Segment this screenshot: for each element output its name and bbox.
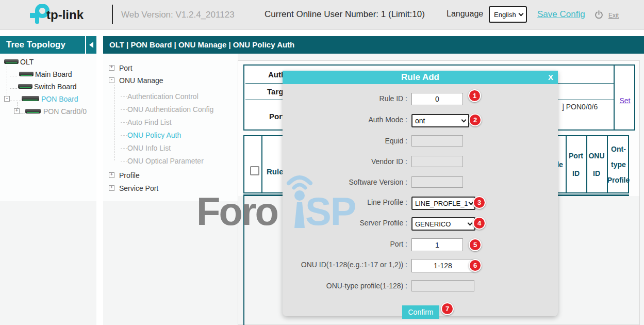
annotation-badge-4: 4 — [473, 217, 486, 230]
language-select[interactable]: English — [489, 6, 527, 23]
close-icon[interactable]: X — [548, 71, 553, 84]
language-label: Language — [447, 9, 483, 19]
menu-item-onu-info-list[interactable]: ONU Info List — [127, 144, 171, 152]
field-label: ONU ID(1-128(e.g.:1-17 or 1,2)) : — [263, 261, 407, 269]
field-label: ONU-type profile(1-128) : — [263, 282, 407, 290]
column-header-port-id: Port ID — [566, 136, 586, 192]
annotation-badge-3: 3 — [473, 196, 486, 209]
field-label: Rule ID : — [263, 94, 407, 103]
onu-id-input[interactable] — [411, 259, 474, 272]
board-device-icon — [18, 84, 32, 89]
board-device-icon — [19, 72, 34, 76]
annotation-badge-5: 5 — [469, 238, 482, 251]
field-label: Server Profile : — [263, 219, 407, 227]
tree-connector — [10, 88, 17, 89]
menu-item-authentication-control[interactable]: Authentication Control — [127, 92, 199, 101]
server-profile-value: GENERICO — [415, 220, 451, 228]
table-column-divider — [261, 136, 262, 192]
rule-add-dialog: Rule Add X Rule ID : 1 Auth Mode : ont 2… — [283, 71, 558, 316]
menu-item-onu-policy-auth[interactable]: ONU Policy Auth — [127, 131, 181, 139]
tree-collapse-box-pon-board[interactable]: - — [4, 96, 10, 102]
tree-item-main-board[interactable]: Main Board — [35, 70, 72, 78]
language-value: English — [494, 11, 516, 19]
annotation-badge-7: 7 — [441, 302, 454, 315]
menu-expand-box-port[interactable]: + — [109, 65, 114, 71]
web-version-text: Web Version: V1.2.4_201123 — [121, 10, 235, 20]
menu-expand-box-service-port[interactable]: + — [109, 185, 114, 191]
auth-mode-select[interactable]: ont — [411, 114, 469, 127]
header-divider — [112, 5, 113, 24]
confirm-button[interactable]: Confirm — [402, 305, 439, 319]
line-profile-value: LINE_PROFLE_1 — [415, 200, 468, 207]
tree-item-olt[interactable]: OLT — [20, 58, 34, 66]
tree-item-pon-card[interactable]: PON Card0/0 — [43, 107, 87, 116]
rule-id-input[interactable] — [411, 93, 463, 105]
menu-expand-box-profile[interactable]: + — [109, 172, 114, 178]
set-link[interactable]: Set — [615, 96, 635, 105]
tree-connector — [10, 101, 21, 101]
field-label: Auth Mode : — [263, 116, 407, 124]
annotation-badge-6: 6 — [469, 259, 482, 272]
tree-item-pon-board[interactable]: PON Board — [41, 95, 78, 103]
board-device-icon — [22, 96, 39, 101]
menu-item-service-port[interactable]: Service Port — [119, 184, 158, 192]
select-all-checkbox[interactable] — [250, 166, 259, 175]
menu-item-auto-find-list[interactable]: Auto Find List — [127, 118, 172, 126]
exit-link[interactable]: Exit — [608, 12, 619, 19]
annotation-badge-1: 1 — [468, 89, 481, 102]
power-icon — [595, 10, 603, 20]
port-input[interactable] — [411, 238, 463, 251]
menu-item-onu-optical-parameter[interactable]: ONU Optical Parameter — [127, 157, 204, 165]
logo-text: tp-link — [46, 8, 84, 22]
chevron-down-icon — [519, 11, 524, 17]
field-label: Line Profile : — [263, 198, 407, 206]
top-header-bar: tp-link Web Version: V1.2.4_201123 Curre… — [0, 0, 644, 30]
chevron-down-icon — [461, 118, 467, 123]
olt-device-icon — [4, 59, 19, 64]
sidebar-collapse-button[interactable] — [85, 36, 96, 54]
chevron-down-icon — [468, 221, 473, 226]
layout-gap — [96, 30, 103, 325]
menu-item-port[interactable]: Port — [119, 64, 133, 72]
tree-connector — [7, 66, 7, 99]
left-arrow-icon — [89, 42, 93, 48]
table-body-left-border — [243, 196, 244, 325]
menu-collapse-box-onu-manage[interactable]: - — [109, 77, 114, 83]
column-header-onu-id: ONU ID — [586, 136, 607, 192]
tree-topology-title: Tree Topology — [0, 36, 96, 54]
tree-expand-box-pon-card[interactable]: + — [14, 108, 20, 114]
breadcrumb: OLT | PON Board | ONU Manage | ONU Polic… — [103, 36, 644, 54]
board-device-icon — [25, 109, 41, 113]
menu-item-profile[interactable]: Profile — [119, 171, 140, 180]
tree-item-switch-board[interactable]: Switch Board — [34, 83, 76, 91]
field-label: Port : — [263, 240, 407, 248]
onu-type-profile-input[interactable] — [411, 280, 474, 291]
vendor-id-input[interactable] — [411, 156, 463, 167]
field-label: Software Version : — [263, 178, 407, 186]
field-label: Vendor ID : — [263, 157, 407, 166]
pon-port-cell: ] PON0/0/6 — [562, 103, 598, 111]
field-label: Equid : — [263, 137, 407, 145]
tree-connector — [10, 76, 17, 76]
menu-item-onu-authentication-config[interactable]: ONU Authentication Config — [127, 105, 213, 113]
tree-connector — [20, 113, 25, 113]
menu-item-onu-manage[interactable]: ONU Manage — [119, 76, 163, 85]
line-profile-select[interactable]: LINE_PROFLE_1 — [411, 197, 475, 210]
column-header-ont-type-profile: Ont-type Profile — [607, 136, 630, 192]
dialog-title: Rule Add — [283, 71, 558, 84]
equid-input[interactable] — [411, 135, 463, 147]
auth-mode-value: ont — [415, 117, 425, 125]
software-version-input[interactable] — [411, 176, 463, 188]
olt-web-ui: tp-link Web Version: V1.2.4_201123 Curre… — [0, 0, 644, 325]
save-config-link[interactable]: Save Config — [537, 9, 585, 20]
annotation-badge-2: 2 — [469, 113, 482, 126]
online-user-count: Current Online User Number: 1 (Limit:10) — [265, 9, 425, 20]
menu-connector — [114, 85, 114, 160]
server-profile-select[interactable]: GENERICO — [411, 217, 475, 231]
